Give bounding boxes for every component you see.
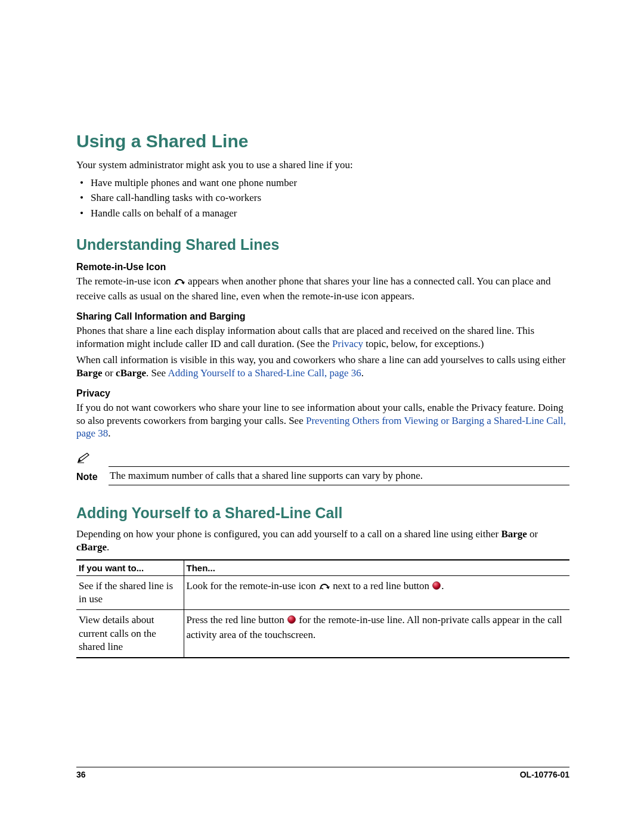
table-row: See if the shared line is in use Look fo… [76,576,569,610]
sharing-paragraph-1: Phones that share a line each display in… [76,324,569,351]
table-cell: See if the shared line is in use [76,576,184,610]
bullet-item: Have multiple phones and want one phone … [91,175,569,191]
table-header-then: Then... [184,560,569,576]
bullet-item: Handle calls on behalf of a manager [91,206,569,221]
note-block: Note The maximum number of calls that a … [76,452,569,485]
subheading-privacy: Privacy [76,388,569,399]
text-fragment: or [102,367,116,379]
adding-intro: Depending on how your phone is configure… [76,528,569,554]
table-cell: Look for the remote-in-use icon next to … [184,576,569,610]
cbarge-bold: cBarge [76,541,107,553]
instructions-table: If you want to... Then... See if the sha… [76,559,569,658]
text-fragment: Depending on how your phone is configure… [76,528,501,540]
heading-understanding-shared-lines: Understanding Shared Lines [76,236,569,253]
note-text: The maximum number of calls that a share… [110,469,569,482]
doc-id: OL-10776-01 [520,770,569,779]
text-fragment: . [107,541,109,553]
privacy-link[interactable]: Privacy [332,338,363,349]
red-line-button-icon [432,581,441,594]
cbarge-bold: cBarge [116,367,146,379]
bullet-item: Share call-handling tasks with co-worker… [91,190,569,206]
text-fragment: . See [146,367,168,379]
remote-in-use-paragraph: The remote-in-use icon appears when anot… [76,275,569,303]
text-fragment: Press the red line button [187,614,287,625]
text-fragment: topic, below, for exceptions.) [363,338,484,349]
intro-bullets: Have multiple phones and want one phone … [76,175,569,221]
svg-point-2 [288,616,296,624]
remote-in-use-icon [318,581,330,594]
text-fragment: Look for the remote-in-use icon [187,580,318,592]
text-fragment: When call information is visible in this… [76,354,565,366]
text-fragment: . [441,580,444,592]
table-header-if: If you want to... [76,560,184,576]
adding-yourself-link[interactable]: Adding Yourself to a Shared-Line Call, p… [168,367,361,379]
barge-bold: Barge [501,528,527,540]
subheading-remote-in-use-icon: Remote-in-Use Icon [76,262,569,272]
table-cell: Press the red line button for the remote… [184,610,569,658]
note-label: Note [76,472,100,482]
heading-adding-yourself: Adding Yourself to a Shared-Line Call [76,504,569,522]
sharing-paragraph-2: When call information is visible in this… [76,354,569,380]
remote-in-use-icon [174,277,185,290]
text-fragment: or [527,528,538,540]
red-line-button-icon [287,615,296,628]
svg-point-1 [433,582,441,590]
privacy-paragraph: If you do not want coworkers who share y… [76,401,569,440]
table-row: View details about current calls on the … [76,610,569,658]
page-footer: 36 OL-10776-01 [76,767,569,779]
heading-using-shared-line: Using a Shared Line [76,131,569,151]
text-fragment: . [361,367,364,379]
text-fragment: . [108,428,110,439]
intro-text: Your system administrator might ask you … [76,159,569,172]
subheading-sharing-call-info: Sharing Call Information and Barging [76,311,569,322]
barge-bold: Barge [76,367,102,379]
text-fragment: next to a red line button [333,580,432,592]
text-fragment: The remote-in-use icon [76,275,174,287]
note-pencil-icon [76,456,92,466]
table-cell: View details about current calls on the … [76,610,184,658]
page-number: 36 [76,770,86,779]
